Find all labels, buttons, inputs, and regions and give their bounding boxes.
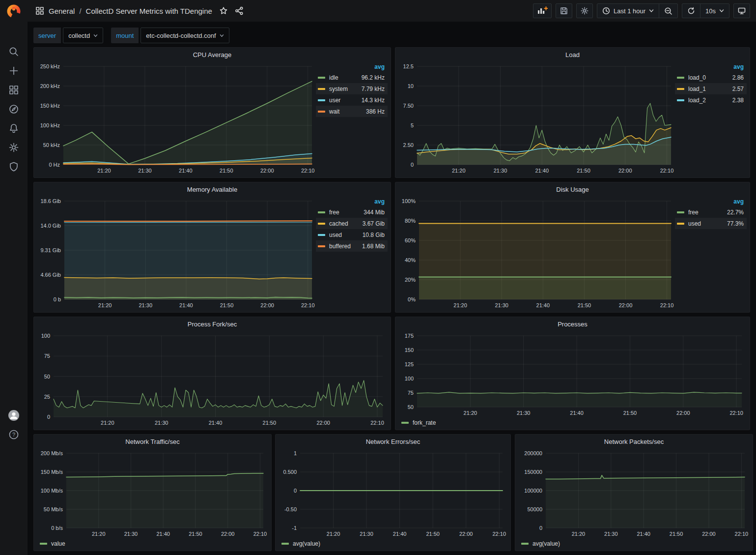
svg-text:21:30: 21:30 <box>138 168 152 174</box>
legend-item-fork_rate[interactable]: fork_rate <box>401 418 436 428</box>
series-color-dash <box>318 234 325 236</box>
legend-item-free[interactable]: free22.7% <box>675 206 747 218</box>
panel-title[interactable]: Network Packets/sec <box>515 435 753 448</box>
panel-title[interactable]: CPU Average <box>34 48 391 61</box>
explore-compass-icon[interactable] <box>8 103 20 115</box>
help-icon[interactable]: ? <box>8 429 20 440</box>
series-name[interactable]: buffered <box>329 243 351 250</box>
series-color-dash <box>281 543 289 545</box>
panel-title[interactable]: Memory Available <box>34 182 391 196</box>
panel-title[interactable]: Processes <box>395 317 750 331</box>
chart-memory-available[interactable]: 0 b4.66 Gib9.31 Gib14.0 Gib18.6 Gib21:20… <box>36 196 316 310</box>
chart-cpu-average[interactable]: 0 Hz50 kHz100 kHz150 kHz200 kHz250 kHz21… <box>36 61 316 175</box>
series-name[interactable]: free <box>329 209 339 216</box>
svg-text:150000: 150000 <box>524 469 542 475</box>
legend-item-avg(value)[interactable]: avg(value) <box>521 539 560 549</box>
legend-item-used[interactable]: used77.3% <box>675 218 747 229</box>
dashboard-settings-button[interactable] <box>576 3 593 18</box>
legend-item-value[interactable]: value <box>40 539 65 549</box>
panel-title[interactable]: Process Fork/sec <box>34 317 391 331</box>
legend-cpu-average: avgidle96.2 kHzsystem7.79 kHzuser14.3 kH… <box>316 62 388 117</box>
svg-text:-1: -1 <box>292 525 297 531</box>
series-color-dash <box>318 223 325 225</box>
series-name[interactable]: idle <box>329 74 338 81</box>
chart-load[interactable]: 02.5057.501012.521:2021:3021:4021:5022:0… <box>397 61 675 175</box>
time-range-button[interactable]: Last 1 hour <box>597 4 659 18</box>
svg-text:200 kHz: 200 kHz <box>40 83 60 89</box>
variable-server-label[interactable]: server <box>33 28 61 43</box>
zoom-out-button[interactable] <box>659 4 677 18</box>
series-name[interactable]: used <box>329 232 342 238</box>
legend-item-system[interactable]: system7.79 kHz <box>316 83 388 94</box>
refresh-button[interactable] <box>682 4 700 18</box>
panel-title[interactable]: Network Errors/sec <box>276 435 510 448</box>
legend-item-used[interactable]: used10.8 Gib <box>316 229 388 240</box>
svg-text:22:10: 22:10 <box>301 168 315 174</box>
series-name[interactable]: user <box>329 97 340 104</box>
series-name[interactable]: system <box>329 86 348 92</box>
panel-title[interactable]: Load <box>395 48 750 61</box>
svg-text:125: 125 <box>405 361 414 367</box>
legend-item-avg(value)[interactable]: avg(value) <box>281 539 320 549</box>
user-avatar[interactable] <box>8 409 20 421</box>
svg-text:80%: 80% <box>405 218 416 224</box>
refresh-picker: 10s <box>682 3 729 18</box>
legend-avg-header[interactable]: avg <box>675 62 747 72</box>
chart-process-fork[interactable]: 025507510021:2021:3021:4021:5022:0022:10 <box>36 331 387 428</box>
server-admin-shield-icon[interactable] <box>8 161 20 173</box>
svg-text:21:20: 21:20 <box>327 531 340 537</box>
search-icon[interactable] <box>8 46 20 58</box>
dashboards-icon[interactable] <box>8 84 20 96</box>
chart-network-errors[interactable]: -1-0.5000.500121:2021:3021:4021:5022:002… <box>278 448 506 539</box>
legend-avg-header[interactable]: avg <box>675 197 747 206</box>
legend-item-load_2[interactable]: load_22.38 <box>675 94 747 106</box>
series-name[interactable]: load_1 <box>688 86 706 92</box>
series-name[interactable]: cached <box>329 220 348 227</box>
grafana-logo[interactable] <box>6 4 21 19</box>
chart-processes[interactable]: 507510012515017521:2021:3021:4021:5022:0… <box>397 331 746 418</box>
star-icon[interactable] <box>219 6 228 15</box>
series-name[interactable]: wait <box>329 108 339 115</box>
refresh-interval-button[interactable]: 10s <box>700 4 729 18</box>
series-name[interactable]: free <box>688 209 699 216</box>
legend-avg-header[interactable]: avg <box>316 197 388 206</box>
legend-item-buffered[interactable]: buffered1.68 Mib <box>316 240 388 252</box>
legend-item-cached[interactable]: cached3.67 Gib <box>316 218 388 229</box>
svg-text:21:40: 21:40 <box>179 168 193 174</box>
configuration-gear-icon[interactable] <box>8 142 20 153</box>
chart-network-packets[interactable]: 05000010000015000020000021:2021:3021:402… <box>517 448 749 539</box>
legend-avg-header[interactable]: avg <box>316 62 388 72</box>
svg-text:10: 10 <box>408 83 414 89</box>
alerting-bell-icon[interactable] <box>8 122 20 134</box>
legend-item-load_1[interactable]: load_12.57 <box>675 83 747 94</box>
svg-text:21:50: 21:50 <box>623 410 637 416</box>
save-dashboard-button[interactable] <box>556 3 572 18</box>
series-name[interactable]: load_2 <box>688 97 706 104</box>
series-name[interactable]: avg(value) <box>293 540 320 547</box>
legend-item-load_0[interactable]: load_02.86 <box>675 72 747 83</box>
refresh-interval-label: 10s <box>705 7 716 15</box>
variable-mount-label[interactable]: mount <box>111 28 139 43</box>
create-plus-icon[interactable] <box>8 65 20 77</box>
series-avg-value: 7.79 kHz <box>362 86 385 92</box>
legend-item-free[interactable]: free344 Mib <box>316 206 388 218</box>
dashboard-title[interactable]: CollectD Server Metrics with TDengine <box>86 7 212 15</box>
add-panel-button[interactable] <box>533 3 552 18</box>
panel-title[interactable]: Disk Usage <box>395 182 750 196</box>
series-name[interactable]: load_0 <box>688 74 706 81</box>
cycle-view-button[interactable] <box>733 3 750 18</box>
legend-item-wait[interactable]: wait386 Hz <box>316 106 388 117</box>
chart-disk-usage[interactable]: 0%20%40%60%80%100%21:2021:3021:4021:5022… <box>397 196 675 310</box>
breadcrumb-section[interactable]: General <box>49 7 75 15</box>
legend-item-user[interactable]: user14.3 kHz <box>316 94 388 106</box>
legend-item-idle[interactable]: idle96.2 kHz <box>316 72 388 83</box>
series-name[interactable]: avg(value) <box>532 540 560 547</box>
series-name[interactable]: used <box>688 220 701 227</box>
panel-title[interactable]: Network Traffic/sec <box>34 435 271 448</box>
series-name[interactable]: fork_rate <box>413 419 436 426</box>
variable-mount-value[interactable]: etc-collectd-collectd.conf <box>140 28 229 43</box>
variable-server-value[interactable]: collectd <box>63 28 103 43</box>
share-icon[interactable] <box>235 6 244 15</box>
series-name[interactable]: value <box>51 540 65 547</box>
chart-network-traffic[interactable]: 0 b/s50 Mb/s100 Mb/s150 Mb/s200 Mb/s21:2… <box>36 448 267 539</box>
